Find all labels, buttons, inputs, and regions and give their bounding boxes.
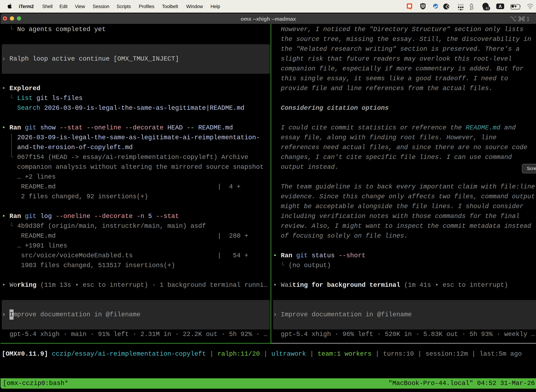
svg-text:1: 1 [526, 16, 530, 22]
